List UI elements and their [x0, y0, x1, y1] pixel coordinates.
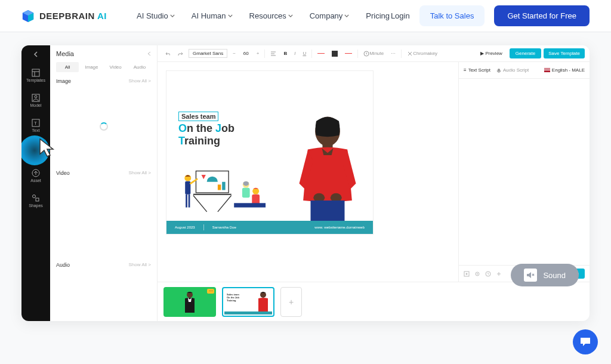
- highlight-icon: [345, 53, 352, 54]
- slide-canvas[interactable]: Sales team On the Job Training: [166, 70, 374, 235]
- svg-rect-0: [32, 69, 39, 76]
- thumb-menu-icon[interactable]: ⋯: [207, 289, 214, 294]
- slide-title[interactable]: On the Job Training: [178, 122, 234, 147]
- sidebar-asset[interactable]: Asset: [21, 164, 50, 187]
- chromakey-icon: [407, 51, 413, 57]
- media-tab-image[interactable]: Image: [80, 62, 103, 72]
- strike-icon: [317, 53, 325, 54]
- svg-rect-32: [498, 69, 500, 72]
- sidebar-model[interactable]: Model: [21, 88, 50, 112]
- chromakey-button[interactable]: Chromakey: [405, 50, 439, 58]
- minute-button[interactable]: Minute: [362, 50, 385, 58]
- shapes-icon: [32, 194, 40, 202]
- script-textarea[interactable]: [459, 79, 590, 265]
- nav-ai-human[interactable]: AI Human: [192, 11, 233, 20]
- media-section-image-label: Image: [56, 78, 71, 84]
- strikethrough-button[interactable]: [316, 52, 326, 55]
- nav-pricing[interactable]: Pricing: [366, 11, 390, 20]
- timeline-thumb-2[interactable]: Sales teamOn the JobTraining: [222, 287, 274, 317]
- media-tab-video[interactable]: Video: [104, 62, 127, 72]
- media-section-video-label: Video: [56, 170, 70, 176]
- get-started-button[interactable]: Get Started for Free: [494, 5, 590, 26]
- chevron-down-icon: [288, 14, 293, 17]
- more-button[interactable]: ⋯: [389, 50, 397, 57]
- audio-script-tab[interactable]: Audio Script: [496, 67, 529, 73]
- slide-pretitle[interactable]: Sales team: [178, 112, 218, 121]
- media-collapse-button[interactable]: [147, 51, 151, 57]
- generate-button[interactable]: Generate: [510, 48, 541, 58]
- undo-icon: [164, 51, 170, 57]
- sidebar-text[interactable]: T Text: [21, 113, 50, 137]
- save-template-button[interactable]: Save Template: [544, 48, 585, 58]
- talk-to-sales-button[interactable]: Talk to Sales: [419, 5, 485, 26]
- media-image-grid: [56, 88, 151, 165]
- show-all-audio[interactable]: Show All >: [128, 262, 151, 268]
- font-size-value[interactable]: 60: [241, 51, 251, 56]
- chevron-down-icon: [170, 14, 175, 17]
- align-icon: [270, 51, 276, 57]
- timeline-thumb-1[interactable]: ⋯: [163, 287, 216, 317]
- us-flag-icon: [544, 68, 550, 72]
- logo-text: DEEPBRAIN AI: [39, 11, 107, 21]
- italic-button[interactable]: I: [292, 50, 297, 57]
- chat-support-button[interactable]: [573, 329, 598, 354]
- text-script-tab[interactable]: ≡ Text Script: [464, 67, 490, 73]
- font-size-increase[interactable]: +: [255, 50, 261, 57]
- logo[interactable]: DEEPBRAIN AI: [21, 10, 107, 23]
- script-tool-2[interactable]: [474, 271, 480, 277]
- media-tab-audio[interactable]: Audio: [128, 62, 151, 72]
- svg-rect-15: [218, 184, 221, 190]
- templates-icon: [32, 69, 40, 77]
- show-all-image[interactable]: Show All >: [128, 78, 151, 84]
- font-select[interactable]: Gmarket Sans: [189, 49, 227, 58]
- tutorial-cursor-icon: [38, 137, 57, 159]
- redo-button[interactable]: [175, 50, 185, 58]
- sidebar-back-button[interactable]: [27, 49, 44, 60]
- thumb-title: Sales teamOn the JobTraining: [227, 293, 239, 302]
- text-icon: T: [32, 119, 40, 127]
- highlight-button[interactable]: [343, 52, 354, 55]
- underline-button[interactable]: U: [301, 50, 308, 57]
- nav-resources[interactable]: Resources: [249, 11, 293, 20]
- align-button[interactable]: [269, 50, 278, 58]
- left-mini-sidebar: Templates Model T Text Asset Shapes: [21, 45, 50, 321]
- svg-rect-31: [311, 200, 345, 223]
- media-tab-all[interactable]: All: [56, 62, 79, 72]
- svg-rect-21: [189, 195, 190, 208]
- speaker-muted-icon: [524, 269, 537, 282]
- media-video-grid: [56, 180, 151, 257]
- svg-rect-18: [185, 181, 190, 195]
- login-link[interactable]: Login: [391, 11, 410, 20]
- language-select[interactable]: English - MALE: [544, 67, 585, 73]
- media-section-audio-label: Audio: [56, 262, 70, 268]
- logo-cube-icon: [21, 10, 35, 23]
- svg-point-36: [477, 273, 478, 274]
- sidebar-templates[interactable]: Templates: [21, 63, 50, 87]
- chat-icon: [579, 336, 592, 348]
- script-tool-3[interactable]: [485, 271, 491, 277]
- script-tool-4[interactable]: [496, 271, 502, 277]
- preview-button[interactable]: ▶Preview: [476, 49, 507, 58]
- asset-icon: [32, 169, 40, 177]
- svg-text:T: T: [34, 121, 37, 126]
- nav-ai-studio[interactable]: AI Studio: [137, 11, 175, 20]
- redo-icon: [177, 51, 183, 57]
- bold-button[interactable]: B: [282, 50, 289, 57]
- chevron-left-icon: [33, 51, 38, 57]
- text-color-button[interactable]: [330, 50, 340, 58]
- ai-avatar[interactable]: [289, 110, 366, 223]
- add-slide-button[interactable]: +: [280, 287, 302, 317]
- chevron-down-icon: [228, 14, 233, 17]
- mic-icon: [496, 68, 501, 73]
- font-size-decrease[interactable]: −: [231, 50, 237, 57]
- show-all-video[interactable]: Show All >: [128, 170, 151, 176]
- top-navbar: DEEPBRAIN AI AI Studio AI Human Resource…: [0, 0, 611, 32]
- script-tool-1[interactable]: [464, 271, 470, 277]
- slide-footer: August 2023 Samantha Doe www. websitenam…: [166, 221, 373, 234]
- nav-company[interactable]: Company: [310, 11, 350, 20]
- undo-button[interactable]: [162, 50, 172, 58]
- sidebar-shapes[interactable]: Shapes: [21, 189, 50, 212]
- presentation-illustration: [178, 168, 268, 217]
- svg-rect-23: [242, 188, 250, 198]
- sound-toggle[interactable]: Sound: [511, 264, 579, 286]
